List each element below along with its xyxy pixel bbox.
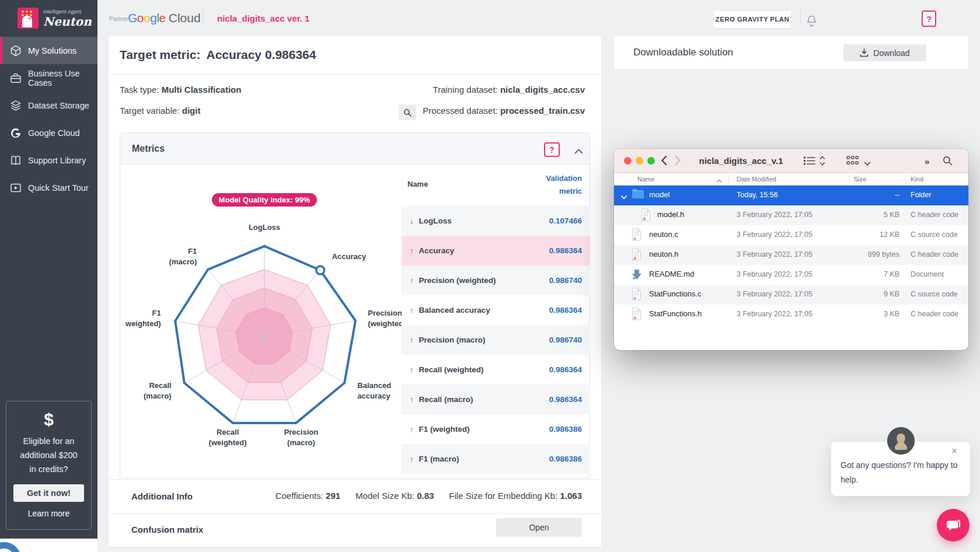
file-name: neuton.c: [649, 230, 678, 239]
metric-row-balancedaccuracy[interactable]: ↑Balanced accuracy0.986364: [402, 295, 590, 325]
download-panel-title: Downloadable solution: [633, 47, 733, 58]
finder-row-readme-md[interactable]: README.md3 February 2022, 17:057 KBDocum…: [614, 265, 968, 285]
column-header-name[interactable]: Name: [637, 176, 654, 183]
sidebar-item-google-cloud[interactable]: Google Cloud: [0, 119, 97, 146]
metric-row-f1macro[interactable]: ↑F1 (macro)0.986386: [402, 444, 590, 474]
additional-info-item: Coefficients: 291: [275, 491, 340, 501]
chat-message: Got any questions? I'm happy to help.: [841, 458, 961, 487]
svg-text:.c: .c: [633, 296, 637, 300]
column-header-date[interactable]: Date Modified: [737, 176, 776, 183]
file-date: 3 February 2022, 17:05: [737, 290, 812, 298]
additional-info-item: Model Size Kb: 0.83: [355, 491, 434, 501]
arrow-up-icon: ↑: [410, 276, 414, 285]
metrics-help-button[interactable]: ?: [544, 142, 560, 157]
solutions-box-icon: [10, 45, 22, 57]
metric-name: Accuracy: [419, 246, 455, 255]
metric-name: LogLoss: [419, 216, 452, 225]
toolbar-overflow-icon[interactable]: »: [925, 156, 929, 166]
file-size: 12 KB: [812, 230, 899, 239]
get-it-now-button[interactable]: Get it now!: [13, 484, 84, 502]
close-icon[interactable]: ×: [951, 445, 957, 457]
sidebar: Intelligent Agent Neuton My SolutionsBus…: [0, 0, 97, 539]
file-icon: .c: [632, 228, 641, 243]
collapse-chevron-icon[interactable]: [574, 146, 583, 156]
partner-label: Partner: [109, 16, 128, 22]
bell-icon[interactable]: [806, 15, 817, 29]
metric-name: Precision (macro): [419, 336, 486, 344]
file-kind: C source code: [911, 230, 958, 239]
finder-search-icon[interactable]: [943, 156, 953, 168]
download-button[interactable]: Download: [843, 44, 926, 61]
target-variable-line: Target variable: digit: [120, 106, 200, 116]
metrics-table-value-header[interactable]: Validation metric: [479, 172, 582, 198]
metric-row-recallmacro[interactable]: ↑Recall (macro)0.986364: [402, 385, 590, 414]
metric-row-precisionmacro[interactable]: ↑Precision (macro)0.986740: [402, 325, 590, 355]
sort-stepper-icon[interactable]: [819, 155, 825, 169]
divider: [109, 479, 601, 480]
sidebar-item-my-solutions[interactable]: My Solutions: [0, 37, 97, 64]
confusion-open-button[interactable]: Open: [496, 518, 582, 537]
column-header-kind[interactable]: Kind: [911, 176, 923, 183]
finder-row-neuton-h[interactable]: .hneuton.h3 February 2022, 17:05899 byte…: [614, 245, 968, 265]
expand-chevron-icon[interactable]: [621, 193, 627, 201]
metric-row-accuracy[interactable]: ↑Accuracy0.986364: [402, 236, 590, 265]
list-view-icon[interactable]: [804, 156, 815, 167]
column-header-size[interactable]: Size: [854, 176, 866, 183]
plan-button[interactable]: ZERO GRAVITY PLAN: [714, 11, 791, 28]
file-name: StatFunctions.c: [649, 289, 702, 298]
finder-titlebar[interactable]: nicla_digits_acc_v.1 »: [614, 149, 968, 173]
sidebar-item-support-library[interactable]: Support Library: [0, 146, 97, 174]
metric-row-precisionweighted[interactable]: ↑Precision (weighted)0.986740: [402, 265, 590, 295]
finder-row-neuton-c[interactable]: .cneuton.c3 February 2022, 17:0512 KBC s…: [614, 225, 968, 245]
neuton-logo-icon: [18, 8, 39, 29]
metric-value: 0.986364: [549, 395, 582, 404]
metric-name: Recall (weighted): [419, 365, 484, 374]
help-button[interactable]: ?: [922, 11, 936, 27]
chat-launcher-button[interactable]: [937, 509, 969, 541]
close-window-icon[interactable]: [624, 157, 632, 165]
group-view-icon[interactable]: [846, 156, 859, 168]
forward-icon[interactable]: [675, 155, 681, 168]
sidebar-item-dataset-storage[interactable]: Dataset Storage: [0, 92, 97, 119]
file-date: 3 February 2022, 17:05: [737, 310, 812, 318]
finder-row-model-h[interactable]: .hmodel.h3 February 2022, 17:055 KBC hea…: [614, 205, 968, 225]
metric-row-logloss[interactable]: ↓LogLoss0.107466: [402, 206, 590, 236]
task-type-line: Task type: Multi Classification: [120, 85, 241, 95]
arrow-up-icon: ↑: [410, 365, 414, 374]
minimize-window-icon[interactable]: [636, 157, 643, 165]
file-kind: C header code: [911, 310, 958, 318]
file-date: 3 February 2022, 17:05: [737, 270, 812, 278]
additional-info-title: Additional Info: [131, 491, 193, 501]
download-panel: Downloadable solution Download: [614, 36, 968, 69]
finder-row-statfunctions-h[interactable]: .hStatFunctions.h3 February 2022, 17:053…: [614, 305, 968, 324]
finder-row-model[interactable]: modelToday, 15:56--Folder: [614, 186, 968, 205]
metric-name: Balanced accuracy: [419, 306, 490, 315]
file-icon: [632, 268, 642, 282]
chat-icon: [945, 517, 961, 533]
google-letter: g: [150, 11, 156, 25]
sidebar-item-business-use-cases[interactable]: Business Use Cases: [0, 64, 97, 92]
metric-row-f1weighted[interactable]: ↑F1 (weighted)0.986386: [402, 414, 590, 444]
column-divider[interactable]: [849, 175, 850, 184]
file-kind: C source code: [911, 290, 958, 298]
project-name[interactable]: nicla_digits_acc ver. 1: [217, 13, 309, 23]
additional-info-values: Coefficients: 291Model Size Kb: 0.83File…: [233, 491, 582, 501]
bird-swoosh-icon: [0, 542, 21, 552]
confusion-matrix-title: Confusion matrix: [131, 525, 203, 534]
learn-more-link[interactable]: Learn more: [6, 509, 91, 518]
metric-row-recallweighted[interactable]: ↑Recall (weighted)0.986364: [402, 355, 590, 385]
file-kind: Document: [911, 270, 944, 278]
column-divider[interactable]: [728, 175, 729, 184]
svg-text:.c: .c: [633, 236, 637, 240]
column-divider[interactable]: [905, 175, 906, 184]
back-icon[interactable]: [661, 155, 667, 168]
download-icon: [860, 48, 869, 57]
google-g-icon: [10, 127, 22, 139]
arrow-up-icon: ↑: [410, 455, 414, 463]
zoom-window-icon[interactable]: [647, 157, 655, 165]
chevron-down-icon[interactable]: [864, 158, 871, 169]
dollar-icon: $: [6, 410, 91, 429]
sidebar-item-quick-start-tour[interactable]: Quick Start Tour: [0, 174, 97, 201]
brand-logo[interactable]: Intelligent Agent Neuton: [0, 0, 97, 36]
finder-row-statfunctions-c[interactable]: .cStatFunctions.c3 February 2022, 17:059…: [614, 285, 968, 305]
